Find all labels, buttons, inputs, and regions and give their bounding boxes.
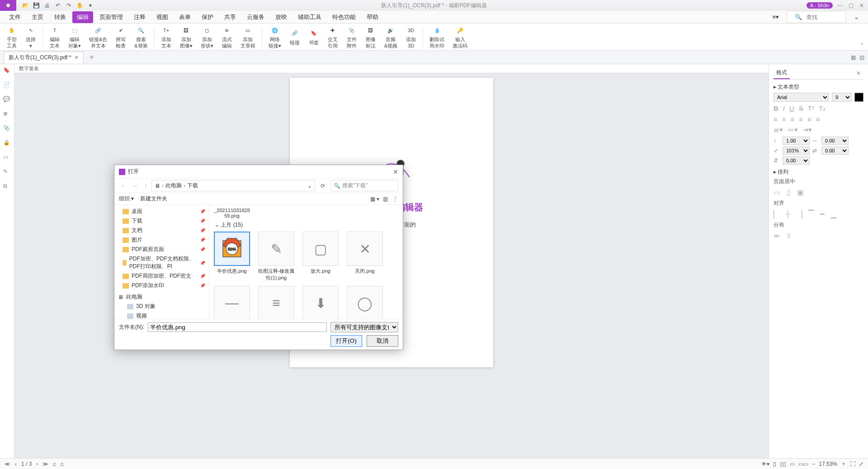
word-space-select[interactable]: 0.00: [821, 147, 849, 155]
pin-icon[interactable]: 📌: [200, 247, 205, 252]
ribbon-tool-14[interactable]: 🔖书签: [306, 27, 322, 47]
nav-forward-button[interactable]: →: [131, 183, 140, 189]
fullscreen-icon[interactable]: ⤢: [859, 461, 863, 467]
filename-input[interactable]: [148, 322, 327, 332]
folder-tree[interactable]: 桌面📌下载📌文档📌图片📌PDF裁剪页面📌PDF加密、PDF文档权限、PDF打印权…: [114, 205, 209, 319]
ribbon-tool-9[interactable]: ◻添加形状▾: [198, 24, 216, 49]
font-select[interactable]: Arial: [774, 93, 829, 102]
tree-quick-4[interactable]: PDF裁剪页面📌: [116, 245, 207, 254]
zoom-in-button[interactable]: ＋: [841, 460, 846, 468]
center-v-icon[interactable]: ▯: [787, 188, 791, 197]
open-button[interactable]: 打开(O): [330, 335, 362, 347]
align-justify-button[interactable]: ≡: [799, 115, 803, 123]
view-mode-icon[interactable]: 👁▾: [761, 461, 769, 467]
font-color-swatch[interactable]: [854, 93, 863, 102]
tree-pc-1[interactable]: 视频: [116, 311, 207, 319]
menu-item-5[interactable]: 注释: [129, 11, 150, 23]
strike-button[interactable]: S̶: [799, 104, 803, 113]
menu-item-2[interactable]: 转换: [50, 11, 71, 23]
align-c-icon[interactable]: ┼: [785, 210, 790, 218]
fit-page-icon[interactable]: ⛶: [850, 461, 855, 467]
tree-quick-6[interactable]: PDF局部加密、PDF密文📌: [116, 271, 207, 281]
minimize-button[interactable]: —: [836, 2, 844, 9]
menu-item-0[interactable]: 文件: [5, 11, 25, 23]
menu-expand-icon[interactable]: ⌄: [849, 12, 863, 22]
ribbon-tool-2[interactable]: T编辑文本: [47, 24, 63, 49]
form-panel-icon[interactable]: ▭: [3, 154, 11, 162]
center-h-icon[interactable]: ▭: [774, 188, 780, 197]
file-item-3[interactable]: ✕关闭.png: [345, 232, 385, 281]
file-item-6[interactable]: ⬇下载 (1).png: [301, 286, 340, 319]
pin-icon[interactable]: 📌: [200, 274, 205, 279]
prev-page-button[interactable]: ‹: [15, 461, 17, 467]
menu-item-11[interactable]: 放映: [271, 11, 292, 23]
user-badge[interactable]: A - Sh3n: [807, 2, 833, 9]
subscript-button[interactable]: T₂: [819, 104, 826, 113]
bold-button[interactable]: B: [774, 104, 778, 113]
first-page-button[interactable]: ≪: [5, 461, 10, 467]
pages-panel-icon[interactable]: 📄: [3, 81, 11, 90]
file-item-2[interactable]: ▢放大.png: [301, 232, 340, 281]
menu-item-4[interactable]: 页面管理: [95, 11, 127, 23]
ribbon-tool-8[interactable]: 🖼添加图像▾: [177, 24, 195, 49]
ribbon-tool-17[interactable]: 🖼图像标注: [363, 24, 379, 49]
indent-button[interactable]: ⇥▾: [802, 126, 812, 134]
layers-panel-icon[interactable]: ≣: [3, 110, 11, 118]
ribbon-tool-7[interactable]: T+添加文本: [158, 24, 175, 49]
tree-pc-0[interactable]: 3D 对象: [116, 302, 207, 311]
char-space-select[interactable]: 0.00: [821, 137, 849, 145]
signature-panel-icon[interactable]: ✎: [3, 168, 11, 176]
qat-undo-icon[interactable]: ↶: [54, 2, 61, 9]
menu-item-9[interactable]: 共享: [220, 11, 241, 23]
menu-item-1[interactable]: 主页: [27, 11, 48, 23]
security-panel-icon[interactable]: 🔒: [3, 139, 11, 147]
new-folder-button[interactable]: 新建文件夹: [140, 195, 167, 203]
comments-panel-icon[interactable]: 💬: [3, 96, 11, 104]
ribbon-tool-15[interactable]: ✚交叉引用: [325, 24, 341, 49]
nav-back-button[interactable]: ←: [119, 183, 128, 189]
close-window-button[interactable]: ✕: [858, 2, 865, 9]
tree-quick-1[interactable]: 下载📌: [116, 216, 207, 226]
distribute-h-icon[interactable]: ⇹: [774, 232, 779, 240]
nav-up-button[interactable]: ↑: [142, 183, 149, 189]
panel-close-icon[interactable]: ✕: [854, 68, 863, 78]
view-panel-icon[interactable]: ▤: [859, 54, 864, 61]
document-tab[interactable]: 新人引导(1)_OCR(3).pdf * ✕: [4, 52, 84, 63]
ribbon-tool-10[interactable]: ≋流式编辑: [219, 24, 235, 49]
path-dropdown-icon[interactable]: ⌄: [307, 183, 312, 189]
zoom-out-button[interactable]: −: [812, 461, 815, 467]
align-r-icon[interactable]: ▕: [797, 210, 802, 218]
tree-quick-0[interactable]: 桌面📌: [116, 207, 207, 216]
menu-item-6[interactable]: 视图: [152, 11, 173, 23]
bullet-list-button[interactable]: ≣▾: [774, 126, 783, 134]
number-list-button[interactable]: ≔▾: [788, 126, 798, 134]
path-seg-1[interactable]: 下载: [187, 182, 198, 189]
font-size-select[interactable]: 9: [832, 93, 852, 102]
pin-icon[interactable]: 📌: [200, 283, 205, 288]
align-l-icon[interactable]: ▏: [774, 210, 779, 218]
file-item-0[interactable]: 50%半价优惠.png: [212, 232, 252, 281]
underline-button[interactable]: U: [789, 104, 794, 113]
file-item-5[interactable]: ≡更多.png: [256, 286, 296, 319]
bookmark-panel-icon[interactable]: 🔖: [3, 67, 11, 75]
align-t-icon[interactable]: ▔: [808, 210, 814, 218]
organize-menu[interactable]: 组织 ▾: [119, 195, 134, 203]
tree-quick-3[interactable]: 图片📌: [116, 235, 207, 245]
align-dist-button[interactable]: ≡: [816, 115, 820, 123]
file-item[interactable]: _202111031828 59.png: [212, 208, 252, 218]
ribbon-tool-1[interactable]: ↖选择▾: [23, 24, 39, 49]
cancel-button[interactable]: 取消: [367, 335, 398, 347]
distribute-v-icon[interactable]: ⇳: [786, 232, 792, 240]
ribbon-tool-11[interactable]: ▭添加文章框: [238, 24, 258, 49]
format-tab[interactable]: 格式: [774, 67, 790, 79]
ribbon-tool-16[interactable]: 📎文件附件: [344, 24, 360, 49]
tree-pc-category[interactable]: 🖥 此电脑: [116, 290, 207, 302]
ribbon-tool-5[interactable]: ✔拼写检查: [113, 24, 129, 49]
align-b-icon[interactable]: ▁: [831, 210, 836, 218]
pin-icon[interactable]: 📌: [200, 261, 205, 265]
page-indicator[interactable]: 1 / 3: [21, 461, 32, 467]
compare-panel-icon[interactable]: ⧉: [3, 183, 11, 191]
ribbon-tool-18[interactable]: 🔊音频&视频: [382, 24, 400, 49]
align-left-button[interactable]: ≡: [774, 115, 778, 123]
history-back-button[interactable]: ⎌: [53, 461, 56, 467]
